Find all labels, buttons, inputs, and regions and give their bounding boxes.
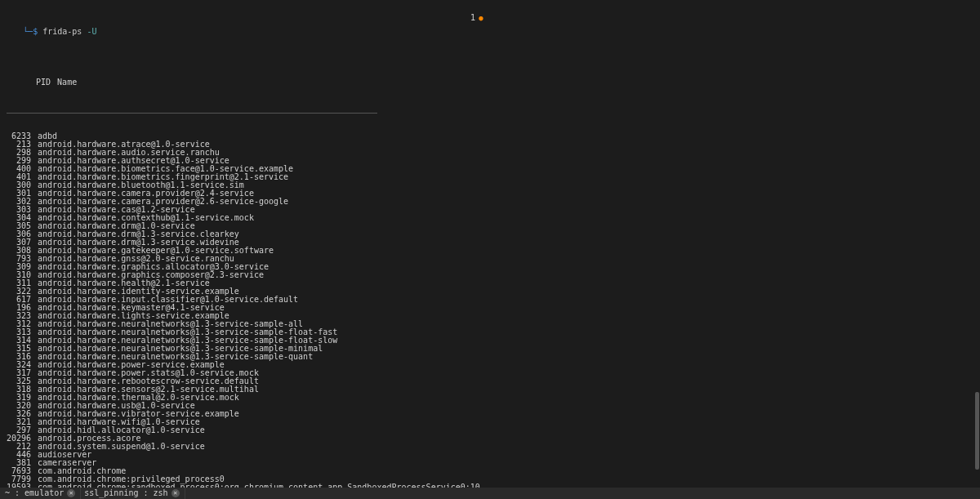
header-pid: PID xyxy=(23,78,51,87)
close-icon[interactable]: ✕ xyxy=(172,489,180,497)
close-icon[interactable]: ✕ xyxy=(67,489,75,497)
command-text: frida-ps xyxy=(42,27,82,36)
prompt-symbol: └─$ xyxy=(23,27,38,36)
tab-label: ssl_pinning : zsh xyxy=(84,489,167,497)
prompt-line: └─$ frida-ps -U xyxy=(3,20,977,44)
tab-label: ~ : emulator xyxy=(5,489,64,497)
header-name: Name xyxy=(57,78,77,87)
page-dot-icon: ● xyxy=(479,14,483,22)
table-row: 446 audioserver xyxy=(3,451,977,459)
page-number: 1 xyxy=(470,13,475,22)
terminal-viewport[interactable]: └─$ frida-ps -U 1● PID Name 6233 adbd 21… xyxy=(0,0,980,488)
table-row: 212 android.system.suspend@1.0-service xyxy=(3,443,977,451)
table-header: PID Name xyxy=(3,70,977,95)
table-row: 297 android.hidl.allocator@1.0-service xyxy=(3,426,977,434)
header-separator xyxy=(7,113,377,114)
command-flag: -U xyxy=(87,27,96,36)
status-bar: ~ : emulator ✕ ssl_pinning : zsh ✕ xyxy=(0,488,980,499)
tab-emulator[interactable]: ~ : emulator ✕ xyxy=(2,488,81,499)
process-list: 6233 adbd 213 android.hardware.atrace@1.… xyxy=(3,132,977,499)
tab-ssl-pinning[interactable]: ssl_pinning : zsh ✕ xyxy=(81,488,185,499)
page-indicator: 1● xyxy=(451,6,483,30)
table-row: 381 cameraserver xyxy=(3,459,977,467)
scrollbar[interactable] xyxy=(975,392,979,470)
